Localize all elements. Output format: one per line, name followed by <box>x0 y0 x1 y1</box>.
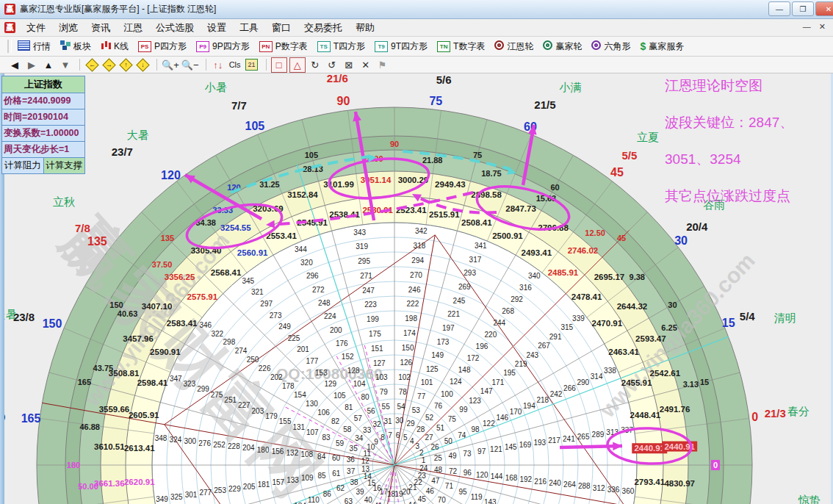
svg-text:146: 146 <box>496 414 508 422</box>
zoom-out-button[interactable]: 🔍− <box>181 58 199 72</box>
menu-item-交易委托[interactable]: 交易委托 <box>298 22 349 33</box>
square-tool-button[interactable]: □ <box>271 57 287 73</box>
close-button[interactable]: ✕ <box>815 1 833 16</box>
pan-left-button[interactable]: ← <box>84 58 99 72</box>
pan-up-icon: ↑ <box>119 58 132 71</box>
svg-text:119: 119 <box>471 493 483 501</box>
toolbar-button-赢家服务[interactable]: $赢家服务 <box>640 40 684 53</box>
calc-support-button[interactable]: 计算支撑 <box>44 158 85 173</box>
svg-text:45: 45 <box>617 234 626 242</box>
pan-up-button[interactable]: ↑ <box>118 58 133 72</box>
svg-text:129: 129 <box>325 380 337 388</box>
svg-text:45: 45 <box>610 166 624 179</box>
dollar-icon: $ <box>640 40 646 52</box>
svg-text:2583.41: 2583.41 <box>167 319 198 328</box>
svg-text:26: 26 <box>430 443 439 451</box>
svg-text:219: 219 <box>515 360 527 368</box>
svg-text:3661.36: 3661.36 <box>94 479 125 488</box>
toolbar-button-P数字表[interactable]: PNP数字表 <box>259 40 308 53</box>
hexagon-icon <box>591 40 601 52</box>
svg-text:300: 300 <box>184 437 196 445</box>
maximize-button[interactable]: ❐ <box>792 1 814 16</box>
updown-button[interactable]: ↑↓ <box>211 58 226 72</box>
toolbar-button-行情[interactable]: 行情 <box>18 40 51 53</box>
toolbar-label: 9T四方形 <box>391 40 428 53</box>
rotate-ccw-button[interactable]: ↺ <box>325 58 339 72</box>
svg-text:295: 295 <box>358 257 370 265</box>
svg-text:201: 201 <box>297 345 309 353</box>
svg-text:168: 168 <box>505 474 518 482</box>
svg-text:2793.41: 2793.41 <box>634 478 665 486</box>
svg-text:5/4: 5/4 <box>740 310 756 323</box>
toolbar-button-T数字表[interactable]: TNT数字表 <box>437 40 485 53</box>
svg-text:349: 349 <box>156 495 168 503</box>
minimize-button[interactable]: — <box>768 1 790 16</box>
pan-down-button[interactable]: ↓ <box>135 58 150 72</box>
svg-text:150: 150 <box>43 317 62 330</box>
toolbar-label: T数字表 <box>453 40 485 53</box>
menu-item-帮助[interactable]: 帮助 <box>349 22 381 33</box>
menu-item-江恩[interactable]: 江恩 <box>117 22 149 33</box>
svg-text:46: 46 <box>426 487 435 495</box>
svg-text:149: 149 <box>431 351 444 359</box>
svg-text:61: 61 <box>332 469 341 478</box>
menu-item-文件[interactable]: 文件 <box>20 22 52 33</box>
collapse-button[interactable]: ✕ <box>358 58 373 72</box>
svg-text:2568.41: 2568.41 <box>211 268 242 277</box>
toolbar-button-P四方形[interactable]: PSP四方形 <box>138 40 187 53</box>
svg-text:46.88: 46.88 <box>79 422 100 431</box>
svg-text:2575.91: 2575.91 <box>187 292 218 301</box>
zoom-in-button[interactable]: 🔍+ <box>162 58 179 72</box>
toolbar-button-六角形[interactable]: 六角形 <box>591 40 630 53</box>
flag-button[interactable]: ⚑ <box>375 58 390 72</box>
toolbar-button-T四方形[interactable]: TST四方形 <box>317 40 365 53</box>
toolbar-button-9T四方形[interactable]: T99T四方形 <box>375 40 428 53</box>
rotate-cw-button[interactable]: ↻ <box>308 58 322 72</box>
toolbar-button-赢家轮[interactable]: 赢家轮 <box>543 40 582 53</box>
calc-resistance-button[interactable]: 计算阻力 <box>2 158 44 173</box>
candlestick-icon <box>101 40 111 52</box>
toolbar-button-K线[interactable]: K线 <box>101 40 129 53</box>
rotate-right-gray-button[interactable]: ▶ <box>24 58 39 72</box>
toolbar-button-江恩轮[interactable]: 江恩轮 <box>494 40 533 53</box>
menu-item-设置[interactable]: 设置 <box>201 22 233 33</box>
pan-right-button[interactable]: → <box>101 58 116 72</box>
svg-text:203: 203 <box>252 407 264 415</box>
svg-text:200: 200 <box>330 326 342 334</box>
svg-text:3610.51: 3610.51 <box>94 442 125 451</box>
mdi-window-buttons[interactable]: — ✕ <box>803 22 829 32</box>
svg-text:157: 157 <box>272 478 284 486</box>
calendar-button[interactable]: 21 <box>245 58 259 72</box>
svg-text:2: 2 <box>419 449 424 457</box>
svg-text:120: 120 <box>476 471 488 479</box>
rotate-down-gray-button[interactable]: ▼ <box>58 58 73 72</box>
toolbar-label: K线 <box>114 40 129 53</box>
svg-text:153: 153 <box>315 369 328 377</box>
toolbar-label: P数字表 <box>275 40 308 53</box>
menu-item-工具[interactable]: 工具 <box>233 22 265 33</box>
svg-text:5/5: 5/5 <box>621 149 637 162</box>
svg-text:23: 23 <box>418 472 427 480</box>
menu-item-资讯[interactable]: 资讯 <box>84 22 117 33</box>
svg-text:322: 322 <box>211 330 223 338</box>
triangle-tool-button[interactable]: △ <box>289 57 306 73</box>
svg-text:110: 110 <box>308 496 320 504</box>
toolbar-button-板块[interactable]: 板块 <box>60 40 91 53</box>
box-x-button[interactable]: ⊠ <box>342 58 356 72</box>
svg-text:101: 101 <box>421 378 433 386</box>
svg-text:2620.91: 2620.91 <box>124 478 155 486</box>
svg-text:276: 276 <box>198 439 211 447</box>
menu-item-公式选股[interactable]: 公式选股 <box>149 22 201 33</box>
svg-text:30: 30 <box>668 300 677 309</box>
rotate-up-black-button[interactable]: ▲ <box>41 58 56 72</box>
rotate-left-black-button[interactable]: ◀ <box>7 58 22 72</box>
cls-button[interactable]: Cls <box>228 58 242 72</box>
svg-text:3101.99: 3101.99 <box>323 180 354 189</box>
menu-item-浏览[interactable]: 浏览 <box>52 22 84 33</box>
svg-text:63: 63 <box>345 497 353 504</box>
menu-item-窗口[interactable]: 窗口 <box>265 22 298 33</box>
svg-text:124: 124 <box>450 378 462 386</box>
svg-text:53: 53 <box>412 406 421 414</box>
toolbar-button-9P四方形[interactable]: P99P四方形 <box>196 40 250 53</box>
svg-text:144: 144 <box>491 472 503 480</box>
